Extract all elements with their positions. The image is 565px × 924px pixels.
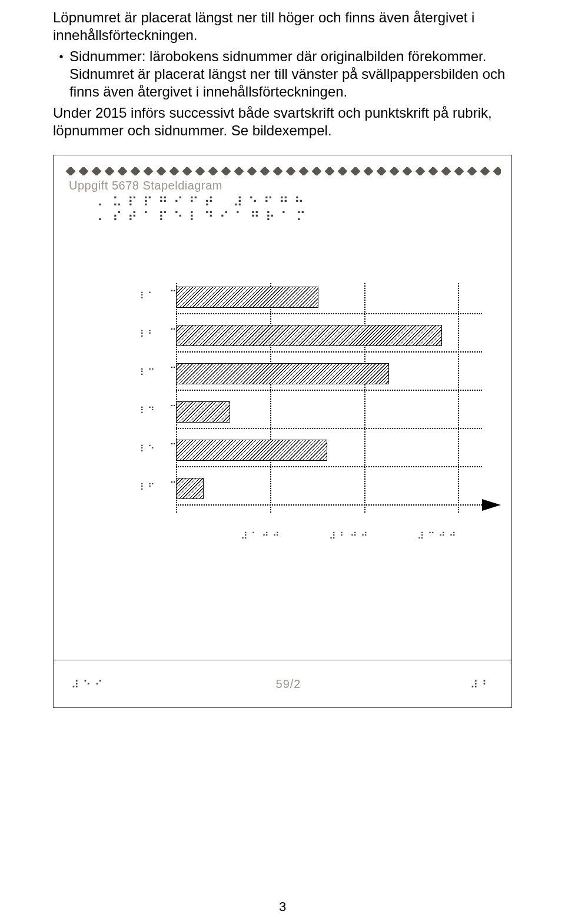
x-axis-label-braille: ⠼⠉⠚⠚: [417, 530, 460, 541]
footer-left-braille: ⠼⠑⠊: [71, 678, 107, 690]
chart-bar: [176, 440, 327, 461]
bullet-sidnummer: • Sidnummer: lärobokens sidnummer där or…: [53, 48, 512, 101]
footer-center-print: 59/2: [276, 677, 301, 691]
page-number: 3: [0, 899, 565, 915]
figure-inner-rule: [53, 660, 512, 660]
y-axis-label-braille: ⠸⠋: [137, 481, 158, 493]
chart-bar: [176, 287, 318, 308]
y-axis-label-braille: ⠸⠁: [137, 290, 158, 301]
bar-baseline: [176, 313, 482, 314]
bar-baseline: [176, 428, 482, 429]
figure-braille-title: ⠄⠥⠏⠏⠛⠊⠋⠞ ⠼⠑⠋⠛⠓ ⠄⠎⠞⠁⠏⠑⠇⠙⠊⠁⠛⠗⠁⠍: [97, 195, 501, 224]
bar-baseline: [176, 351, 482, 353]
gridline-200: [364, 283, 365, 513]
figure-svallpapper: Uppgift 5678 Stapeldiagram ⠄⠥⠏⠏⠛⠊⠋⠞ ⠼⠑⠋⠛…: [53, 155, 512, 708]
gridline-300: [458, 283, 459, 513]
x-axis-label-braille: ⠼⠃⠚⠚: [329, 530, 371, 541]
chart-bar: [176, 478, 204, 499]
x-axis-arrow-icon: [482, 499, 501, 511]
y-axis-label-braille: ⠸⠃: [137, 328, 158, 340]
x-axis-label-braille: ⠼⠁⠚⠚: [241, 530, 283, 541]
diamond-divider: [64, 167, 501, 175]
bar-chart: ⠸⠁⠸⠃⠸⠉⠸⠙⠸⠑⠸⠋ ⠼⠁⠚⠚⠼⠃⠚⠚⠼⠉⠚⠚: [64, 277, 501, 554]
y-axis-label-braille: ⠸⠙: [137, 405, 158, 416]
figure-footer: ⠼⠑⠊ 59/2 ⠼⠃: [54, 677, 511, 691]
chart-bar: [176, 401, 230, 423]
bar-baseline: [176, 390, 482, 391]
bullet-sidnummer-text: Sidnummer: lärobokens sidnummer där orig…: [69, 48, 512, 101]
y-axis-label-braille: ⠸⠉: [137, 367, 158, 378]
footer-right-braille: ⠼⠃: [470, 678, 494, 690]
chart-bar: [176, 363, 389, 384]
gridline-100: [270, 283, 271, 513]
y-axis-label-braille: ⠸⠑: [137, 443, 158, 454]
bullet-glyph: •: [53, 48, 69, 101]
figure-print-title: Uppgift 5678 Stapeldiagram: [69, 179, 501, 192]
paragraph-lopnummer: Löpnumret är placerat längst ner till hö…: [53, 9, 512, 44]
chart-bar: [176, 325, 442, 346]
bar-baseline: [176, 466, 482, 467]
bar-baseline: [176, 504, 482, 506]
paragraph-2015: Under 2015 införs successivt både svarts…: [53, 104, 512, 139]
